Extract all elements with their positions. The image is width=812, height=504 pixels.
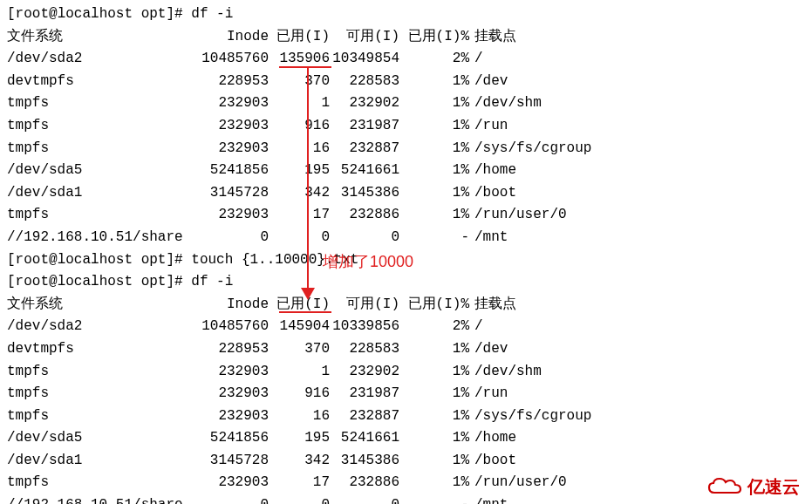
table-row: tmpfs23290312329021%/dev/shm bbox=[7, 92, 805, 115]
annotation-underline-after bbox=[279, 311, 331, 313]
table-row: tmpfs232903162328871%/sys/fs/cgroup bbox=[7, 138, 805, 160]
prompt-line-3: [root@localhost opt]# df -i bbox=[7, 271, 805, 294]
annotation-text: 增加了10000 bbox=[323, 249, 413, 275]
table-row: devtmpfs2289533702285831%/dev bbox=[7, 71, 805, 93]
table-row: /dev/sda5524185619552416611%/home bbox=[7, 160, 805, 182]
annotation-arrow-head bbox=[301, 288, 315, 300]
command-df1: df -i bbox=[191, 6, 233, 22]
table-row: /dev/sda210485760135906103498542%/ bbox=[7, 48, 805, 71]
table-row: tmpfs232903172328861%/run/user/0 bbox=[7, 472, 805, 494]
table2-header: 文件系统Inode已用(I)可用(I)已用(I)%挂载点 bbox=[7, 294, 805, 317]
command-df2: df -i bbox=[191, 274, 233, 289]
annotation-arrow-line bbox=[307, 68, 309, 293]
logo-text: 亿速云 bbox=[747, 473, 800, 501]
table-row: devtmpfs2289533702285831%/dev bbox=[7, 338, 805, 361]
table-row: tmpfs2329039162319871%/run bbox=[7, 115, 805, 138]
table-row: tmpfs23290312329021%/dev/shm bbox=[7, 361, 805, 384]
table-row: tmpfs2329039162319871%/run bbox=[7, 383, 805, 405]
table-row: //192.168.10.51/share000-/mnt bbox=[7, 227, 805, 249]
watermark-logo: 亿速云 bbox=[706, 473, 800, 501]
table-row: tmpfs232903162328871%/sys/fs/cgroup bbox=[7, 405, 805, 428]
prompt-line-1: [root@localhost opt]# df -i bbox=[7, 3, 805, 26]
table-row: //192.168.10.51/share000-/mnt bbox=[7, 494, 805, 504]
table-row: /dev/sda5524185619552416611%/home bbox=[7, 427, 805, 450]
table-row: /dev/sda1314572834231453861%/boot bbox=[7, 182, 805, 205]
table-row: /dev/sda210485760145904103398562%/ bbox=[7, 316, 805, 338]
annotation-underline-before bbox=[279, 66, 331, 68]
table-row: /dev/sda1314572834231453861%/boot bbox=[7, 450, 805, 473]
table1-header: 文件系统Inode已用(I)可用(I)已用(I)%挂载点 bbox=[7, 26, 805, 49]
cloud-icon bbox=[706, 475, 744, 498]
table-row: tmpfs232903172328861%/run/user/0 bbox=[7, 204, 805, 227]
